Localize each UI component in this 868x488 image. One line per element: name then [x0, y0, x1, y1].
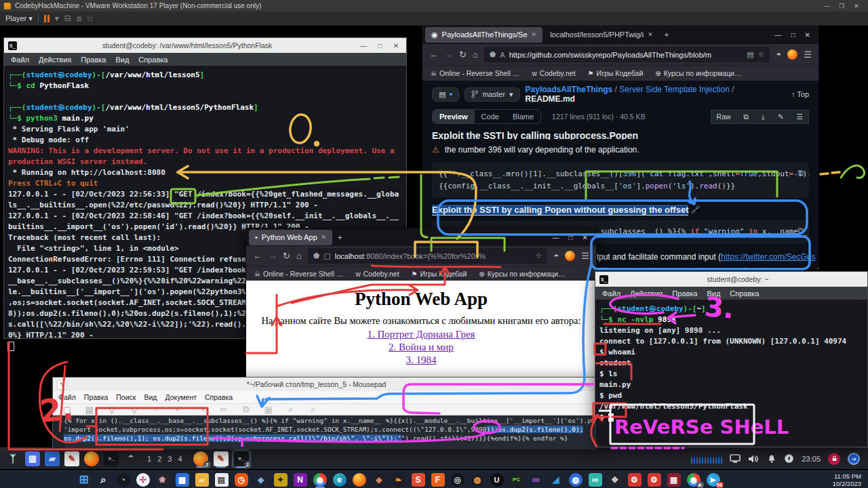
arrows-app-icon[interactable]: ✦: [272, 472, 290, 488]
new-tab-button[interactable]: +: [665, 30, 669, 39]
boot-arrow-icon[interactable]: ➔: [848, 453, 860, 465]
ubuntu-app-icon[interactable]: ◷: [233, 472, 250, 488]
tab-code[interactable]: Code: [475, 110, 506, 123]
mousepad-window[interactable]: ✎ *~/Рабочий стол/tmp_lesson_5 - Mousepa…: [52, 377, 599, 447]
minimize-button[interactable]: —: [357, 42, 370, 49]
tab-localhost-phptwig[interactable]: localhost/lesson5/PHPTwig/i✕: [544, 27, 659, 43]
save-icon[interactable]: ▽: [103, 401, 121, 418]
twitter-link[interactable]: https://twitter.com/SecGus: [721, 252, 815, 262]
sublime-icon[interactable]: S: [410, 472, 427, 488]
firefox-window-webapp[interactable]: • Python Web App✕ + — □ ✕ ← → ↻ ⌂ ⬟ ▢ lo…: [245, 228, 597, 388]
tab-payloadsallthethings[interactable]: ◉ PayloadsAllTheThings/Se✕: [425, 27, 542, 43]
send-ctrl-alt-del-icon[interactable]: ⊟: [64, 14, 71, 23]
firefox-icon[interactable]: [83, 450, 100, 468]
view-switch[interactable]: Preview Code Blame: [432, 109, 541, 124]
pause-dropdown-icon[interactable]: ▾: [55, 14, 59, 23]
slack-app-icon[interactable]: ✣: [134, 472, 152, 488]
menu-item[interactable]: Справка: [730, 289, 759, 298]
speedtest-app-icon[interactable]: ◔: [115, 472, 132, 488]
cut-icon[interactable]: ✂: [215, 401, 233, 418]
minimize-button[interactable]: —: [775, 31, 782, 39]
menu-item[interactable]: Действия: [630, 289, 663, 298]
bookmark-star-icon[interactable]: ☆: [758, 50, 765, 59]
menu-item[interactable]: Правка: [81, 56, 106, 64]
fl-studio-icon[interactable]: ❧: [390, 472, 408, 488]
book-link-2[interactable]: 2. Война и мир: [246, 341, 596, 354]
minimize-button[interactable]: —: [553, 234, 559, 241]
f-app-icon[interactable]: F: [429, 472, 447, 488]
branch-selector[interactable]: master ▾: [465, 87, 519, 102]
edit-icon[interactable]: ✎: [772, 110, 790, 124]
bookmark-games[interactable]: ⚑Игры Кодебай: [588, 69, 644, 77]
forward-icon[interactable]: →: [444, 49, 453, 60]
onenote-icon[interactable]: N: [292, 472, 309, 488]
reload-icon[interactable]: ↻: [283, 251, 290, 261]
minimize-button[interactable]: —: [566, 381, 578, 388]
shield-icon[interactable]: ⬟: [313, 251, 320, 260]
firefox-account-icon[interactable]: [565, 251, 575, 261]
close-button[interactable]: ✕: [849, 3, 864, 9]
mousepad-icon[interactable]: ✎: [63, 450, 81, 468]
maximize-button[interactable]: □: [569, 234, 573, 241]
maximize-button[interactable]: □: [791, 31, 795, 39]
replace-icon[interactable]: ⌕: [304, 401, 322, 418]
fullscreen-icon[interactable]: ⧈: [77, 14, 82, 23]
terminal-running-icon[interactable]: >_2: [233, 450, 250, 468]
payload-text[interactable]: {% for x in ().__class__.__base__.__subc…: [64, 415, 598, 449]
terminal-icon[interactable]: >_: [102, 450, 120, 468]
pocket-icon[interactable]: ◓: [776, 49, 781, 60]
unreal-engine-icon[interactable]: U: [488, 472, 506, 488]
maximize-button[interactable]: □: [374, 42, 386, 49]
download-icon[interactable]: ⤓: [755, 110, 771, 124]
telegram-icon[interactable]: ▶58: [705, 472, 722, 488]
reader-icon[interactable]: ▤: [747, 50, 753, 59]
calendar-app-icon[interactable]: ▦: [174, 472, 191, 488]
vscode-icon[interactable]: ◢: [547, 472, 565, 488]
paste-icon[interactable]: ▣: [260, 401, 277, 418]
reload-icon[interactable]: ↻: [459, 49, 467, 60]
top-link[interactable]: ↑ Top: [791, 90, 809, 98]
vm-clock[interactable]: 23:05: [802, 455, 821, 463]
chevron-up-icon[interactable]: ⌃: [122, 450, 140, 468]
copy-icon[interactable]: ⧉: [237, 401, 255, 418]
firefox-account-icon[interactable]: [787, 49, 797, 60]
menu-item[interactable]: Справка: [138, 56, 167, 64]
terminal1-titlebar[interactable]: $_ student@codeby: /var/www/html/lesson5…: [4, 38, 406, 53]
copy-icon[interactable]: ⧉: [797, 167, 804, 179]
url-bar[interactable]: ⬟ A https://github.com/swisskyrepo/Paylo…: [484, 47, 770, 62]
back-icon[interactable]: ←: [253, 251, 262, 261]
close-button[interactable]: ✕: [805, 31, 810, 39]
photo-tool-icon[interactable]: ▦: [665, 472, 683, 488]
maximize-button[interactable]: ❐: [834, 3, 849, 9]
bookmark-courses[interactable]: ⊕Курсы по информаци…: [655, 69, 741, 77]
maximize-button[interactable]: □: [582, 381, 594, 388]
raw-button[interactable]: Raw: [711, 110, 737, 124]
bookmark-reverse-shell[interactable]: ☠Online - Reverse Shell …: [254, 270, 343, 278]
minimize-button[interactable]: —: [819, 3, 834, 9]
kali-menu-icon[interactable]: ᛉ: [4, 450, 22, 468]
tab-python-web-app[interactable]: • Python Web App✕: [249, 230, 332, 245]
menu-icon[interactable]: ☰: [804, 49, 812, 60]
video-editor-icon[interactable]: ◈: [370, 472, 388, 488]
start-button[interactable]: ⊞: [75, 472, 93, 488]
chrome-icon[interactable]: ◉: [311, 472, 329, 488]
bookmark-codeby[interactable]: wCodeby.net: [355, 270, 399, 278]
bookmark-codeby[interactable]: wCodeby.net: [532, 69, 575, 77]
close-tab-icon[interactable]: ✕: [532, 31, 537, 38]
new-tab-button[interactable]: +: [338, 233, 342, 241]
url-bar[interactable]: ⬟ ▢ localhost:8080/index?book={%%20for%2…: [308, 248, 548, 264]
bookmark-courses[interactable]: ⊕Курсы по информаци…: [479, 270, 565, 278]
menu-item[interactable]: Правка: [672, 289, 697, 298]
file-explorer-icon[interactable]: ▰: [193, 472, 211, 488]
power-manager-icon[interactable]: [784, 453, 794, 464]
firefox-icon[interactable]: [351, 472, 368, 488]
new-file-icon[interactable]: ▢: [58, 401, 76, 418]
open-file-icon[interactable]: ▤: [81, 401, 98, 418]
copy-icon[interactable]: ⧉: [738, 110, 755, 124]
breadcrumb[interactable]: PayloadsAllTheThings / Server Side Templ…: [526, 85, 786, 104]
screenlock-icon[interactable]: [828, 453, 840, 465]
chrome-profile-icon[interactable]: ◉A: [685, 472, 703, 488]
code-block-subprocess[interactable]: ⧉{{''.__class__.mro()[1].__subclasses__(…: [432, 163, 809, 198]
mousepad-running-icon[interactable]: ✎: [212, 450, 230, 468]
red-gear2-app-icon[interactable]: ⚙: [646, 472, 663, 488]
